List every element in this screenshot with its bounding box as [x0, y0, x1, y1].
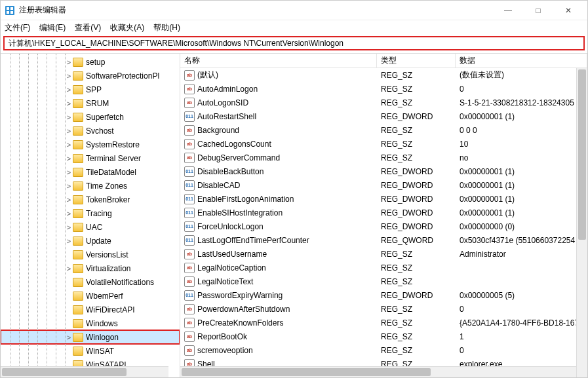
value-row[interactable]: abDebugServerCommandREG_SZno [180, 151, 587, 164]
value-row[interactable]: 011DisableCADREG_DWORD0x00000001 (1) [180, 178, 587, 192]
value-row[interactable]: abscremoveoptionREG_SZ0 [180, 343, 587, 357]
value-row[interactable]: 011EnableSIHostIntegrationREG_DWORD0x000… [180, 206, 587, 219]
menu-favorites[interactable]: 收藏夹(A) [110, 22, 144, 33]
tree-item[interactable]: VolatileNotifications [1, 275, 180, 289]
col-data[interactable]: 数据 [456, 54, 587, 67]
tree-item[interactable]: WbemPerf [1, 289, 180, 303]
expand-icon[interactable]: > [65, 86, 73, 94]
tree-item-label: SystemRestore [86, 140, 140, 149]
expand-icon[interactable]: > [65, 58, 73, 66]
tree-item[interactable]: >SPP [1, 83, 180, 96]
value-row[interactable]: abCachedLogonsCountREG_SZ10 [180, 137, 587, 151]
folder-icon [73, 71, 83, 81]
value-row[interactable]: 011PasswordExpiryWarningREG_DWORD0x00000… [180, 288, 587, 302]
tree-item[interactable]: WiFiDirectAPI [1, 303, 180, 316]
value-type: REG_SZ [377, 153, 456, 162]
tree-item[interactable]: >TokenBroker [1, 193, 180, 206]
value-row[interactable]: 011LastLogOffEndTimePerfCounterREG_QWORD… [180, 233, 587, 247]
tree-item[interactable]: >Terminal Server [1, 151, 180, 165]
string-value-icon: ab [184, 98, 195, 108]
tree-item[interactable]: >SystemRestore [1, 138, 180, 151]
value-name: AutoLogonSID [197, 98, 248, 107]
col-name[interactable]: 名称 [180, 54, 377, 67]
menu-edit[interactable]: 编辑(E) [39, 22, 66, 33]
expand-icon[interactable]: > [65, 168, 73, 176]
tree-item[interactable]: >Svchost [1, 124, 180, 138]
values-vscroll[interactable] [576, 68, 587, 377]
value-row[interactable]: abAutoLogonSIDREG_SZS-1-5-21-3308218312-… [180, 96, 587, 109]
tree-item-label: Time Zones [86, 181, 127, 191]
folder-icon [73, 278, 83, 287]
value-name: scremoveoption [197, 346, 253, 355]
main-area: >setup>SoftwareProtectionPl>SPP>SRUM>Sup… [1, 53, 587, 377]
value-row[interactable]: abLastUsedUsernameREG_SZAdministrator [180, 247, 587, 261]
expand-icon[interactable]: > [65, 333, 73, 341]
value-row[interactable]: abPreCreateKnownFoldersREG_SZ{A520A1A4-1… [180, 316, 587, 330]
value-row[interactable]: abPowerdownAfterShutdownREG_SZ0 [180, 302, 587, 316]
tree-item[interactable]: Windows [1, 316, 180, 330]
tree-item[interactable]: >Tracing [1, 206, 180, 220]
expand-icon[interactable]: > [65, 155, 73, 162]
maximize-button[interactable]: □ [523, 1, 553, 20]
expand-icon[interactable]: > [65, 210, 73, 217]
values-header[interactable]: 名称 类型 数据 [180, 54, 587, 68]
tree-item[interactable]: >Virtualization [1, 261, 180, 275]
value-row[interactable]: abReportBootOkREG_SZ1 [180, 330, 587, 343]
value-name: LegalNoticeText [197, 277, 253, 286]
expand-icon[interactable]: > [65, 100, 73, 107]
tree-item[interactable]: VersionsList [1, 248, 180, 261]
tree-item[interactable]: >TileDataModel [1, 165, 180, 179]
tree-item[interactable]: >SoftwareProtectionPl [1, 69, 180, 83]
svg-rect-1 [7, 7, 9, 10]
tree-item[interactable]: >Time Zones [1, 179, 180, 193]
expand-icon[interactable]: > [65, 127, 73, 135]
tree-item[interactable]: >Update [1, 234, 180, 248]
tree-item-label: setup [86, 58, 105, 67]
tree-panel[interactable]: >setup>SoftwareProtectionPl>SPP>SRUM>Sup… [1, 54, 180, 377]
expand-icon[interactable]: > [65, 72, 73, 80]
expand-icon[interactable]: > [65, 223, 73, 231]
value-name: ReportBootOk [197, 332, 247, 341]
expand-icon[interactable]: > [65, 265, 73, 273]
values-list[interactable]: ab(默认)REG_SZ(数值未设置)abAutoAdminLogonREG_S… [180, 68, 587, 371]
tree-item[interactable]: >Superfetch [1, 110, 180, 124]
value-row[interactable]: 011AutoRestartShellREG_DWORD0x00000001 (… [180, 109, 587, 123]
tree-item[interactable]: >setup [1, 55, 180, 69]
col-type[interactable]: 类型 [377, 54, 456, 67]
address-bar[interactable]: 计算机\HKEY_LOCAL_MACHINE\SOFTWARE\Microsof… [3, 36, 585, 50]
expand-icon[interactable]: > [65, 237, 73, 245]
value-name: EnableFirstLogonAnimation [197, 195, 294, 204]
menu-file[interactable]: 文件(F) [5, 22, 30, 33]
menu-view[interactable]: 查看(V) [75, 22, 101, 33]
tree-item[interactable]: >UAC [1, 220, 180, 234]
folder-icon [73, 113, 83, 122]
value-type: REG_DWORD [377, 112, 456, 121]
close-button[interactable]: ✕ [553, 1, 583, 20]
value-row[interactable]: abBackgroundREG_SZ0 0 0 [180, 123, 587, 137]
value-name: LastLogOffEndTimePerfCounter [197, 236, 309, 245]
value-row[interactable]: abAutoAdminLogonREG_SZ0 [180, 82, 587, 96]
value-row[interactable]: 011DisableBackButtonREG_DWORD0x00000001 … [180, 164, 587, 178]
minimize-button[interactable]: — [493, 1, 523, 20]
value-row[interactable]: 011EnableFirstLogonAnimationREG_DWORD0x0… [180, 192, 587, 206]
value-row[interactable]: ab(默认)REG_SZ(数值未设置) [180, 68, 587, 82]
tree-item[interactable]: >SRUM [1, 96, 180, 110]
expand-icon[interactable]: > [65, 113, 73, 121]
tree-item[interactable]: WinSAT [1, 344, 180, 358]
values-hscroll[interactable] [180, 366, 576, 377]
value-row[interactable]: abLegalNoticeTextREG_SZ [180, 274, 587, 288]
expand-icon[interactable]: > [65, 196, 73, 204]
folder-icon [73, 292, 83, 301]
folder-icon [73, 168, 83, 177]
value-row[interactable]: 011ForceUnlockLogonREG_DWORD0x00000000 (… [180, 219, 587, 233]
window-controls: — □ ✕ [493, 1, 583, 20]
tree-item-label: SRUM [86, 99, 109, 108]
menu-help[interactable]: 帮助(H) [153, 22, 180, 33]
value-type: REG_SZ [377, 346, 456, 355]
value-row[interactable]: abLegalNoticeCaptionREG_SZ [180, 261, 587, 274]
tree-hscroll[interactable] [1, 366, 168, 377]
tree-item[interactable]: >Winlogon [1, 330, 180, 344]
expand-icon[interactable]: > [65, 141, 73, 149]
expand-icon[interactable]: > [65, 182, 73, 190]
string-value-icon: ab [184, 139, 195, 149]
